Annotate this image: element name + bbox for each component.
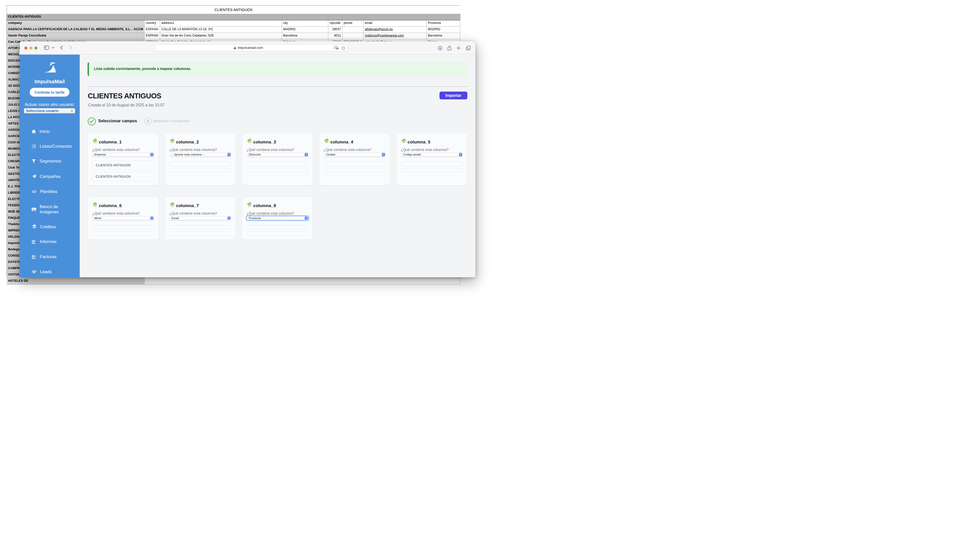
svg-text:A: A	[335, 46, 336, 49]
